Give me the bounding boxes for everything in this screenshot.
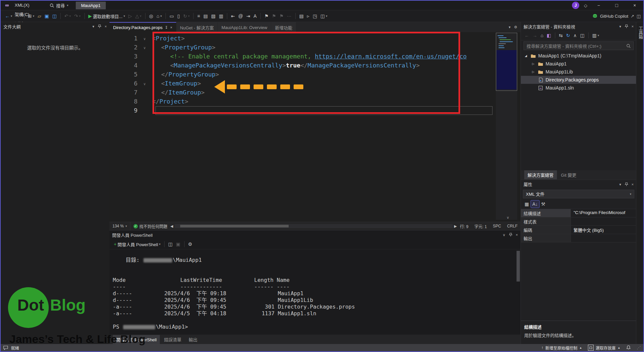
expander-icon[interactable]: ◢ — [524, 54, 528, 57]
minimize-button[interactable]: − — [592, 1, 605, 10]
close-button[interactable]: × — [628, 1, 641, 10]
props-categorized-button[interactable]: ▦ — [523, 200, 530, 208]
code-line[interactable]: 4<ManagePackageVersionsCentrally>true</M… — [109, 61, 491, 70]
se-collapse-all-button[interactable]: ∧ — [572, 32, 578, 39]
panel-tab[interactable]: 輸出 — [185, 335, 201, 344]
pin-icon[interactable] — [625, 24, 628, 28]
increase-indent-button[interactable]: ⇥ — [245, 12, 252, 20]
document-outline-button[interactable]: ≡ — [196, 12, 201, 20]
save-button[interactable]: ▣ — [43, 12, 50, 20]
bookmark-button[interactable]: ⚑ — [263, 12, 270, 20]
code-line[interactable]: 5</PropertyGroup> — [109, 70, 491, 79]
user-avatar[interactable]: J — [572, 2, 579, 9]
code-line[interactable]: 3<!-- Enable central package management,… — [109, 52, 491, 61]
code-area[interactable]: 1∨<Project>2∨<PropertyGroup>3<!-- Enable… — [109, 34, 491, 222]
menu-item[interactable]: XML(X) — [11, 1, 41, 10]
search-control[interactable]: 搜尋 ▾ — [50, 2, 68, 9]
copy-terminal-button[interactable]: ◫ — [167, 240, 174, 248]
code-line[interactable]: 9 — [109, 106, 491, 115]
panel-menu-icon[interactable]: ▾ — [92, 24, 94, 29]
se-home-button[interactable]: ⌂ — [539, 32, 545, 39]
notifications-bell-icon[interactable] — [626, 345, 631, 350]
code-editor[interactable]: 1∨<Project>2∨<PropertyGroup>3<!-- Enable… — [109, 32, 521, 222]
terminal-scrollbar[interactable] — [517, 249, 520, 335]
collapse-panel-icon[interactable]: ∨ — [503, 232, 506, 237]
open-file-button[interactable]: ▱ — [36, 12, 43, 20]
new-project-button[interactable]: ⊞▾ — [27, 12, 36, 20]
property-row[interactable]: 結構描述"C:\Program Files\Microsof — [521, 209, 636, 217]
pin-icon[interactable] — [98, 24, 101, 28]
code-line[interactable]: 8</Project> — [109, 97, 491, 106]
save-all-button[interactable]: ◫ — [51, 12, 58, 20]
spaces-indicator[interactable]: SPC — [490, 222, 504, 230]
editor-tab[interactable]: MauiApp1Lib: Overview — [218, 22, 271, 32]
font-size-button[interactable]: A — [252, 12, 258, 20]
editor-tab[interactable]: 新增功能 — [271, 22, 296, 32]
select-repository-button[interactable]: ロ 選取存放庫 ▲ — [588, 345, 620, 351]
panel-menu-icon[interactable]: ▾ — [619, 24, 621, 29]
minimap[interactable] — [496, 33, 517, 220]
close-icon[interactable]: × — [516, 232, 518, 237]
maximize-button[interactable]: □ — [610, 1, 623, 10]
document-list-icon[interactable]: ▾ — [509, 25, 511, 29]
property-row[interactable]: 樣式表 — [521, 217, 636, 226]
new-item-button[interactable]: ▤ — [202, 12, 209, 20]
zoom-select[interactable]: 134 %▾ — [109, 222, 130, 230]
scroll-left-icon[interactable]: ◀ — [171, 224, 173, 228]
scroll-down-icon[interactable]: ∨ — [507, 215, 509, 220]
expander-icon[interactable]: ▷ — [531, 62, 536, 65]
close-icon[interactable]: × — [105, 24, 107, 29]
editor-options-icon[interactable]: ⚙ — [514, 25, 517, 29]
back-button[interactable]: ←▾ — [4, 12, 14, 20]
panel-tab[interactable]: 錯誤清單 — [160, 335, 185, 344]
tree-item[interactable]: ◢MauiApp1 (C:\Tmp\MauiApp1) — [521, 52, 636, 60]
se-filter-button[interactable]: ▥▾ — [591, 32, 601, 39]
window-layout-button[interactable]: ◫▾ — [319, 12, 329, 20]
health-indicator[interactable]: ✓ 找不到任何問題 — [130, 222, 171, 230]
solution-explorer-search[interactable]: 搜尋解決方案總管 - 資料夾檢視 (Ctrl+;) — [524, 41, 634, 50]
device-target-button[interactable]: ▯ — [176, 12, 181, 20]
copilot-share-icon[interactable]: ↗ — [631, 14, 634, 19]
code-line[interactable]: 6∨<ItemGroup> — [109, 79, 491, 88]
resize-grip[interactable]: ⋰ — [637, 345, 641, 350]
close-icon[interactable]: × — [632, 24, 634, 29]
property-row[interactable]: 輸出 — [521, 234, 636, 242]
solution-home-button[interactable]: ⌂▾ — [155, 12, 163, 20]
tree-item[interactable]: Directory.Packages.props — [521, 76, 636, 84]
pin-icon[interactable]: ↧ — [165, 25, 168, 30]
property-row[interactable]: 編碼繁體中文 (Big5) — [521, 226, 636, 234]
pin-icon[interactable] — [509, 233, 513, 237]
copilot-control[interactable]: GitHub Copilot ↗ ◫ — [592, 13, 641, 19]
code-line[interactable]: 1∨<Project> — [109, 34, 491, 43]
fold-collapse-icon[interactable]: ∨ — [143, 34, 152, 43]
eol-indicator[interactable]: CRLF — [504, 222, 521, 230]
attribute-button[interactable]: @ — [237, 12, 244, 20]
panel-tab[interactable]: Git 變更 — [558, 170, 580, 179]
pin-icon[interactable] — [625, 182, 628, 186]
close-icon[interactable]: × — [632, 182, 634, 187]
add-reference-button[interactable]: ▧ — [210, 12, 217, 20]
decrease-indent-button[interactable]: ⇤ — [230, 12, 236, 20]
feedback-icon[interactable]: ◇ — [584, 3, 587, 8]
expander-icon[interactable]: ▷ — [531, 70, 536, 73]
properties-object-select[interactable]: XML 文件 ▾ — [523, 190, 634, 198]
start-debug-button[interactable]: ▶選取啟動項目...▾ — [87, 12, 126, 20]
scrollbar-thumb[interactable] — [180, 225, 289, 227]
xml-document-button[interactable]: ▤ — [298, 12, 305, 20]
se-preview-button[interactable]: ◫ — [579, 32, 586, 39]
copilot-panel-icon[interactable]: ◫ — [637, 14, 641, 19]
editor-tab[interactable]: Directory.Packages.props↧× — [109, 22, 176, 32]
tree-item[interactable]: ▷MauiApp1 — [521, 60, 636, 68]
props-alphabetical-button[interactable]: A↓ — [531, 200, 539, 208]
horizontal-scrollbar[interactable]: ◀ ▶ — [171, 222, 457, 230]
close-icon[interactable]: × — [170, 25, 172, 29]
tree-item[interactable]: ▷MauiApp1Lib — [521, 68, 636, 76]
se-switch-views-button[interactable]: ◧ — [545, 32, 552, 39]
schema-view-button[interactable]: ▥ — [218, 12, 225, 20]
tree-item[interactable]: ∞MauiApp1.sln — [521, 84, 636, 92]
add-to-source-control-button[interactable]: ↑ 新增至原始檔控制 ▲ — [541, 345, 582, 351]
panel-tab[interactable]: 開發人員 PowerShell — [113, 335, 160, 344]
external-console-button[interactable]: ◳ — [311, 12, 318, 20]
editor-tab[interactable]: NuGet - 解決方案 — [177, 22, 218, 32]
find-in-files-button[interactable]: ◎ — [148, 12, 154, 20]
